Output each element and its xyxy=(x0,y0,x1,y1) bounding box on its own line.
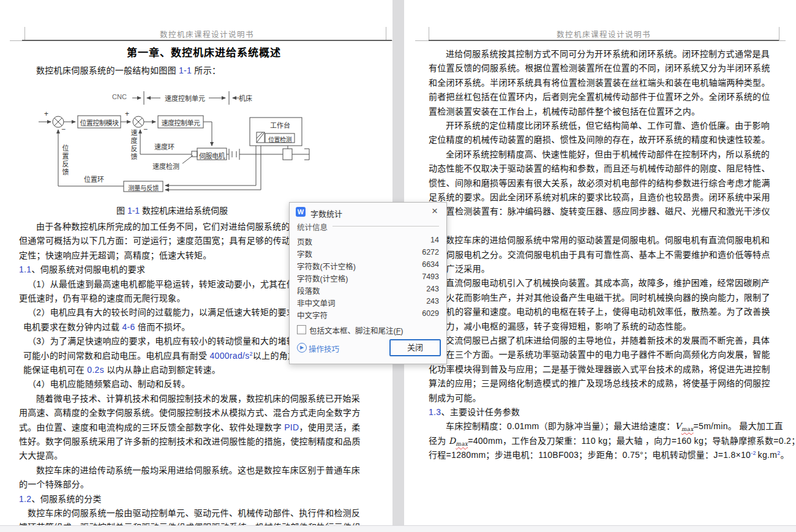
text-line: 有位置反馈的伺服系统。根据位置检测装置所在位置的不同，闭环系统又分为半闭环系统 xyxy=(429,63,770,73)
text-line: 交流伺服电机之分。交流伺服电机由于具有可靠性高、基本上不需要维护和造价低等特点 xyxy=(429,250,770,260)
diagram-label-speed-zone: 速度控制单元 xyxy=(162,93,208,103)
text-run: 进给伺服系统按其控制方式不同可分为开环系统和闭环系统。闭环控制方式通常是具 xyxy=(446,49,770,59)
diagram-label-cnc: CNC xyxy=(112,93,127,100)
document-page-right[interactable]: 数控机床课程设计说明书 进给伺服系统按其控制方式不同可分为开环系统和闭环系统。闭… xyxy=(404,0,796,525)
text-run: 直流伺服电动机引入了机械换向装置。其成本高，故障多，维护困难，经常因碳刷产 xyxy=(446,278,770,288)
text-run: 可能小的时间常数和启动电压。电机应具有耐受 xyxy=(23,351,210,361)
text-run: =400mm，工作台及刀架重：110 kg；最大轴 ，向力=160 kg；导轨静… xyxy=(468,436,796,446)
close-icon[interactable]: × xyxy=(429,205,441,217)
dialog-title-bar[interactable]: W 字数统计 × xyxy=(290,203,446,221)
text-run: 倍而不损坏。 xyxy=(135,322,190,332)
text-line: 1.2、伺服系统的分类 xyxy=(19,494,102,504)
stat-label: 字数 xyxy=(297,248,312,260)
text-run: 数控机床进给系统伺服 xyxy=(140,206,228,215)
diagram-box-servo-motor: 伺服电机 xyxy=(197,151,227,160)
stat-row: 页数14 xyxy=(297,236,439,248)
text-run: 性好。数字伺服系统采用了许多新的控制技术和改进伺服性能的措施，使控制精度和品质 xyxy=(19,436,361,446)
sum2-plus-sign: + xyxy=(125,110,129,118)
text-run: 所示： xyxy=(192,66,220,75)
text-run: 有位置反馈的伺服系统。根据位置检测装置所在位置的不同，闭环系统又分为半闭环系统 xyxy=(429,63,770,73)
text-run xyxy=(756,450,758,456)
diagram-box-speed-control: 速度控制单元 xyxy=(158,118,203,127)
stat-row: 非中文单词243 xyxy=(297,297,439,309)
stat-label: 字符数(计空格) xyxy=(297,272,348,284)
stat-value: 6029 xyxy=(422,309,439,318)
text-run: kg.m xyxy=(758,450,778,460)
stat-label: 字符数(不计空格) xyxy=(297,260,356,272)
stat-label: 中文字符 xyxy=(297,309,328,321)
text-run: 化功率模块得到普及与应用；二是基于微处理器嵌入式平台技术的成熟，将促进先进控制 xyxy=(429,364,770,374)
diagram-box-position-detect: 位置检测 xyxy=(265,135,295,144)
chapter-title: 第一章、数控机床进给系统概述 xyxy=(19,44,389,59)
stat-value: 14 xyxy=(430,236,439,244)
play-circle-icon[interactable]: ▶ xyxy=(297,343,307,353)
text-run: 数控车床的进给传动系统一般均采用进给伺服系统。这也是数控车床区别于普通车床 xyxy=(36,465,360,475)
close-button[interactable]: 关闭 xyxy=(389,339,441,356)
horizontal-scroll-area[interactable] xyxy=(0,525,796,532)
text-line: 交流伺服已占据了机床进给伺服的主导地位，并随着新技术的发展而不断完善，具体 xyxy=(446,335,770,346)
stat-label: 段落数 xyxy=(297,285,320,296)
text-line: 式。由位置、速度和电流构成的三环反馈全部数字化、软件处理数字 PID，使用灵活，… xyxy=(19,422,361,433)
page-header: 数控机床课程设计说明书 xyxy=(429,28,779,40)
text-run: 交流伺服电机之分。交流伺服电机由于具有可靠性高、基本上不需要维护和造价低等特点 xyxy=(429,250,770,260)
stat-row: 字符数(计空格)7493 xyxy=(297,272,439,285)
checkbox-label: 包括文本框、脚注和尾注(F) xyxy=(309,324,403,336)
text-line: 数控机床伺服系统的一般结构如图图 1-1 所示： xyxy=(36,66,220,76)
checkbox-label-close: ) xyxy=(400,327,403,335)
text-line: 直流伺服电动机引入了机械换向装置。其成本高，故障多，维护困难，经常因碳刷产 xyxy=(446,278,770,288)
text-run: 体现在三个方面。一是系统功率驱动装置中的电力电子器件不断向高频化方向发展，智能 xyxy=(429,350,770,359)
text-run: 电机要求在数分钟内过载 xyxy=(23,322,122,332)
text-run: （4）电机应能随频繁启动、制动和反转。 xyxy=(28,379,190,389)
text-run: 图 xyxy=(116,206,127,215)
text-line: 体现在三个方面。一是系统功率驱动装置中的电力电子器件不断向高频化方向发展，智能 xyxy=(429,350,770,360)
text-line: 1.3、主要设计任务参数 xyxy=(429,407,520,418)
text-run: 数控车床的伺服系统一般由驱动控制单元、驱动元件、机械传动部件、执行件和检测反 xyxy=(28,508,360,518)
text-line: 行程=1280mm；步进电机：110BF003；步距角：0.75°；电机转动惯量… xyxy=(429,450,789,462)
include-textbox-checkbox[interactable] xyxy=(297,325,306,334)
text-run: ，使用灵活，柔 xyxy=(299,422,360,432)
text-run: 1.3 xyxy=(429,407,441,417)
text-line: 更低速时，仍有平稳的速度而无爬行现象。 xyxy=(19,293,186,304)
text-line: 和全闭环系统。半闭环系统具有将位置检测装置装在丝杠端头和装在电机轴端两种类型。 xyxy=(429,78,770,88)
text-run: 的一个特殊部分。 xyxy=(19,479,89,489)
text-run: PID xyxy=(284,422,299,432)
text-run: 大大提高。 xyxy=(19,451,63,460)
header-rule xyxy=(22,40,392,41)
tips-link[interactable]: 操作技巧 xyxy=(309,343,339,354)
text-line: （4）电机应能随频繁启动、制动和反转。 xyxy=(28,379,190,389)
text-line: 动态性能不仅取决于驱动装置的结构和参数，而且还与机械传动部件的刚度、阻尼特性、 xyxy=(429,163,770,174)
text-run: V xyxy=(675,421,681,431)
text-run: 更低速时，仍有平稳的速度而无爬行现象。 xyxy=(19,293,186,303)
text-line: 性好。数字伺服系统采用了许多新的控制技术和改进伺服性能的措施，使控制精度和品质 xyxy=(19,436,361,447)
stat-value: 6272 xyxy=(422,248,439,257)
word-count-dialog: W 字数统计 × 统计信息 页数14 字数6272 字符数(不计空格)6634 … xyxy=(289,202,447,364)
text-run: 足系统的要求。因此全闭环系统对机床的要求比较高，且造价也较昂贵。闭环系统中采用 xyxy=(429,192,770,202)
text-run: 1.2 xyxy=(19,494,31,504)
text-run: 式。由位置、速度和电流构成的三环反馈全部数字化、软件处理数字 xyxy=(19,422,284,432)
margin-mark-top-left xyxy=(415,27,429,41)
text-line: 定位精度的机械传动装置的磨损、惯性及间隙的存在，故开环系统的精度和快速性较差。 xyxy=(429,135,770,145)
text-line: 随着微电子技术、计算机技术和伺服控制技术的发展，数控机床的伺服系统已开始采 xyxy=(36,394,360,404)
stat-row: 字数6272 xyxy=(297,248,439,260)
text-run: 、伺服系统对伺服电机的要求 xyxy=(31,264,145,274)
text-line: 电机要求在数分钟内过载 4-6 倍而不损坏。 xyxy=(23,322,190,332)
stat-label: 非中文单词 xyxy=(297,297,336,309)
text-run: 1.1 xyxy=(19,264,31,274)
text-line: 向能力，减小电枢的漏感，转子变得短粗，影响了系统的动态性能。 xyxy=(429,321,691,332)
text-run: 、主要设计任务参数 xyxy=(441,407,520,417)
text-run: 开环系统的定位精度比闭环系统低，但它结构简单、工作可靠、造价低廉。由于影响 xyxy=(446,121,770,130)
diagram-box-measure-feedback: 测量与反馈 xyxy=(124,183,163,192)
text-run: 0.2s xyxy=(87,365,104,375)
text-line: 车床控制精度：0.01mm（即为脉冲当量）；最大进给速度：Vmax=5m/min… xyxy=(446,421,783,433)
diagram-label-position-feedback: 位置反馈 xyxy=(60,144,70,180)
text-run: 全闭环系统控制精度高、快速性能好，但由于机械传动部件在控制环内，所以系统的 xyxy=(446,149,770,159)
text-line: 径为 Dmax=400mm，工作台及刀架重：110 kg；最大轴 ，向力=160… xyxy=(429,436,796,448)
text-run: 4000rad/s xyxy=(210,351,250,361)
sum1-minus-sign: − xyxy=(61,125,66,133)
text-run: 向能力，减小电枢的漏感，转子变得短粗，影响了系统的动态性能。 xyxy=(429,321,691,331)
text-run: D xyxy=(449,436,456,446)
text-line: 前者把丝杠包括在位置环内，后者则完全置机械传动部件于位置环之外。全闭环系统的位 xyxy=(429,92,770,102)
text-run: 前者把丝杠包括在位置环内，后者则完全置机械传动部件于位置环之外。全闭环系统的位 xyxy=(429,92,770,102)
text-run: =5m/min。 最大加工直 xyxy=(694,421,783,431)
text-run: 数控机床伺服系统的一般结构如图图 xyxy=(36,66,179,75)
